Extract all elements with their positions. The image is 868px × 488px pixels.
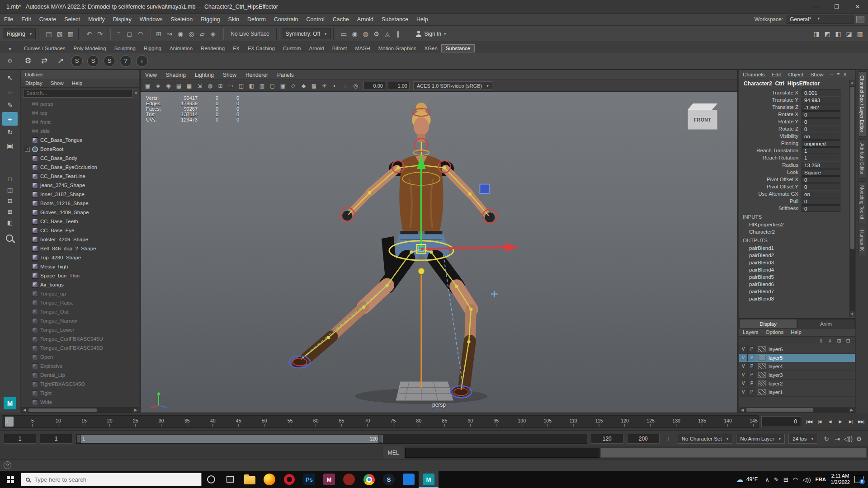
move-layer-down-icon[interactable]: ⇩ — [826, 337, 834, 345]
channel-box-scrollbar[interactable]: ▲ ▼ — [849, 80, 855, 317]
channel-value-translate-y[interactable]: 94.993 — [802, 97, 840, 103]
grid-icon[interactable]: ⊞ — [215, 81, 226, 91]
render-settings-icon[interactable]: ⚙ — [371, 28, 382, 40]
close-button[interactable]: ✕ — [847, 0, 868, 13]
menu-control[interactable]: Control — [302, 14, 328, 25]
shelf-tab-fx[interactable]: FX — [229, 45, 244, 52]
output-node-pairblend8[interactable]: pairBlend8 — [739, 295, 849, 302]
toggle-humanik-icon[interactable]: ◩ — [822, 28, 833, 40]
animation-start-field[interactable] — [4, 434, 36, 444]
paint-select-tool[interactable]: ✎ — [2, 99, 18, 112]
menu-set-select[interactable]: Rigging ▾ — [3, 28, 36, 39]
selected-control-box[interactable] — [480, 184, 489, 193]
safe-title-icon[interactable]: ▣ — [278, 81, 288, 91]
image-plane-icon[interactable]: ▦ — [184, 81, 194, 91]
outliner-item-top-4280-shape[interactable]: Top_4280_Shape — [21, 253, 139, 262]
snap-to-curve-icon[interactable]: ↝ — [164, 28, 175, 40]
shelf-tab-rendering[interactable]: Rendering — [197, 45, 229, 52]
snap-to-view-plane-icon[interactable]: ▱ — [197, 28, 208, 40]
opera-icon[interactable] — [279, 471, 299, 488]
workspace-select[interactable]: General* ▾ — [786, 15, 854, 24]
rotate-tool[interactable]: ↻ — [2, 126, 18, 139]
substance-help-icon[interactable]: ? — [120, 55, 132, 67]
pen-icon[interactable]: ✎ — [774, 476, 779, 483]
menu-display[interactable]: Display — [109, 14, 136, 25]
range-start-handle[interactable] — [77, 435, 81, 443]
input-node-hikproperties2[interactable]: HIKproperties2 — [739, 221, 849, 228]
view-cube[interactable]: FRONT — [688, 103, 717, 130]
gamma-field[interactable] — [388, 82, 410, 90]
outliner-item-jeans-3745-shape[interactable]: jeans_3745_Shape — [21, 181, 139, 190]
output-node-pairblend7[interactable]: pairBlend7 — [739, 288, 849, 295]
shelf-tab-arnold[interactable]: Arnold — [305, 45, 328, 52]
substance-node-icon[interactable]: S — [71, 55, 83, 67]
outliner-item-space-bun-thin[interactable]: Space_bun_Thin — [21, 271, 139, 280]
outliner-item-messy-high[interactable]: Messy_high — [21, 262, 139, 271]
time-slider[interactable]: 0510152025303540455055606570758085909510… — [2, 415, 759, 428]
field-chart-icon[interactable]: ▥ — [257, 81, 267, 91]
outliner-menu-show[interactable]: Show — [47, 80, 68, 86]
shelf-tab-rigging[interactable]: Rigging — [140, 45, 165, 52]
shelf-gear-menu-icon[interactable]: ⚙ — [0, 58, 20, 64]
new-scene-icon[interactable]: ▤ — [43, 28, 54, 40]
shelf-tab-curves-surfaces[interactable]: Curves / Surfaces — [20, 45, 69, 52]
viewport-menu-panels[interactable]: Panels — [273, 72, 298, 78]
sidebar-tab-modeling-toolkit[interactable]: Modeling Toolkit — [858, 181, 866, 223]
channel-box-menu-channels[interactable]: Channels — [739, 72, 769, 77]
shelf-tab-fx-caching[interactable]: FX Caching — [244, 45, 279, 52]
selected-node-name[interactable]: Character2_Ctrl_HipsEffector — [739, 79, 855, 88]
play-forwards-button[interactable]: ▶ — [835, 416, 845, 427]
wireframe-icon[interactable]: ◇ — [288, 81, 298, 91]
maya-pinned-icon[interactable]: M — [319, 471, 339, 488]
textured-icon[interactable]: ▩ — [309, 81, 319, 91]
menu-file[interactable]: File — [0, 14, 17, 25]
maximize-button[interactable]: ❐ — [826, 0, 847, 13]
snap-to-point-icon[interactable]: ◉ — [175, 28, 186, 40]
shaded-icon[interactable]: ◆ — [298, 81, 309, 91]
menu-substance[interactable]: Substance — [377, 14, 412, 25]
layer-color-swatch[interactable] — [758, 372, 766, 378]
outliner-menu-display[interactable]: Display — [21, 80, 47, 86]
select-camera-icon[interactable]: ▣ — [142, 81, 153, 91]
channel-value-rotate-y[interactable]: 0 — [802, 118, 840, 125]
layer-row-layer5[interactable]: VPlayer5 — [739, 354, 855, 362]
layer-playback-toggle[interactable]: P — [748, 380, 756, 387]
2d-pan-zoom-icon[interactable]: ⇲ — [194, 81, 205, 91]
channel-value-pivot-offset-x[interactable]: 0 — [802, 176, 840, 183]
outliner-item-tight[interactable]: Tight — [21, 389, 139, 398]
shelf-tab-motion-graphics[interactable]: Motion Graphics — [374, 45, 420, 52]
select-hierarchy-icon[interactable]: ≡ — [113, 28, 124, 40]
channel-value-reach-rotation[interactable]: 1 — [802, 155, 840, 161]
redo-icon[interactable]: ↷ — [94, 28, 105, 40]
minimize-button[interactable]: — — [806, 0, 826, 13]
layer-visibility-toggle[interactable]: V — [739, 345, 748, 353]
go-to-start-button[interactable]: |◀◀ — [804, 416, 814, 427]
outliner-item-tongue-up[interactable]: Tongue_up — [21, 289, 139, 298]
outliner-item-cc-base-tongue[interactable]: CC_Base_Tongue — [21, 136, 139, 145]
layer-row-layer6[interactable]: VPlayer6 — [739, 345, 855, 354]
channel-box-menu-object[interactable]: Object — [784, 72, 807, 77]
menu-windows[interactable]: Windows — [136, 14, 167, 25]
sidebar-tab-human-ik[interactable]: Human IK — [858, 226, 866, 255]
layer-playback-toggle[interactable]: P — [748, 362, 756, 370]
layer-row-layer2[interactable]: VPlayer2 — [739, 380, 855, 388]
outliner-item-boots-11216-shape[interactable]: Boots_11216_Shape — [21, 199, 139, 208]
lock-camera-icon[interactable]: ◈ — [153, 81, 163, 91]
action-center-icon[interactable]: 5 — [854, 476, 863, 483]
maya-running-icon[interactable]: M — [419, 471, 439, 488]
step-back-key-button[interactable]: |◀ — [814, 416, 825, 427]
viewport-canvas[interactable]: Verts:9041700Edges:17863900Faces:9026700… — [141, 92, 737, 413]
go-to-end-button[interactable]: ▶▶| — [856, 416, 866, 427]
anim-layer-select[interactable]: No Anim Layer ▾ — [736, 434, 785, 444]
current-time-field[interactable] — [761, 416, 801, 427]
channel-value-reach-translation[interactable]: 1 — [802, 147, 840, 154]
animation-preferences-icon[interactable]: ⚙ — [854, 433, 864, 445]
menu-modify[interactable]: Modify — [84, 14, 109, 25]
layer-editor-scrollbar[interactable]: ◀ ▶ — [739, 407, 855, 413]
move-layer-up-icon[interactable]: ⇧ — [817, 337, 825, 345]
layout-outliner-persp-button[interactable]: ◧ — [2, 217, 18, 228]
layer-playback-toggle[interactable]: P — [748, 354, 756, 361]
open-render-view-icon[interactable]: ▭ — [339, 28, 349, 40]
menu-help[interactable]: Help — [412, 14, 432, 25]
outliner-item-cc-base-body[interactable]: CC_Base_Body — [21, 154, 139, 163]
